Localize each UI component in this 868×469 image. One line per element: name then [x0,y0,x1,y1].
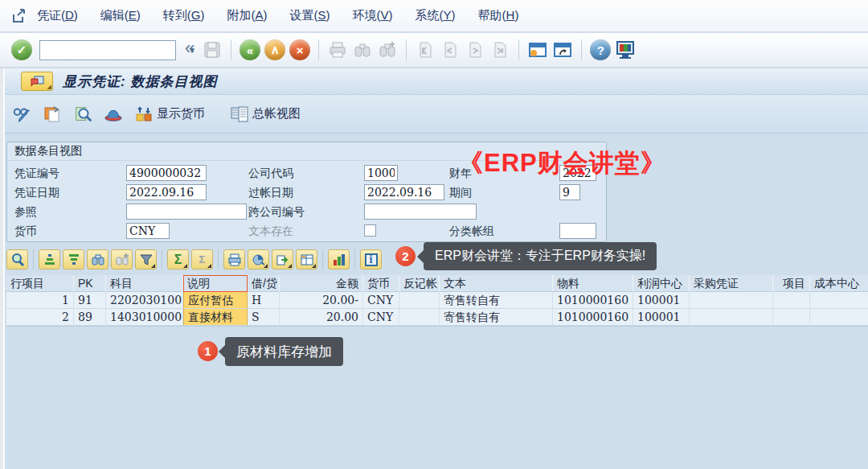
hat-icon[interactable] [103,104,124,125]
cell-profit-center[interactable]: 100001 [633,292,690,309]
find-icon[interactable] [87,249,108,269]
print-icon[interactable] [223,249,245,269]
col-header-currency[interactable]: 货币 [363,275,399,292]
menu-extras[interactable]: 附加(A) [227,8,268,23]
cell-line-item[interactable]: 2 [6,309,74,326]
cell-pk[interactable]: 89 [74,309,106,326]
col-header-profit-center[interactable]: 利润中心 [633,275,690,292]
col-header-purchase-doc[interactable]: 采购凭证 [690,275,773,292]
cross-company-field[interactable] [364,204,477,220]
exit-icon[interactable]: ∧ [264,39,285,60]
cell-project[interactable] [773,309,810,326]
cell-cost-center[interactable] [810,309,868,326]
menu-help[interactable]: 帮助(H) [478,8,519,23]
cell-description[interactable]: 应付暂估 [183,292,248,309]
company-code-field[interactable] [364,165,398,181]
previous-page-icon[interactable] [440,39,461,60]
last-page-icon[interactable] [489,39,510,60]
back-icon[interactable]: « [240,39,260,60]
gl-view-button[interactable]: 总帐视图 [229,104,301,125]
find-next-icon[interactable] [377,39,398,60]
col-header-material[interactable]: 物料 [553,275,633,292]
col-header-line-item[interactable]: 行项目 [6,275,74,292]
period-field[interactable] [559,184,580,200]
table-row[interactable]: 2 89 1403010000 直接材料 S 20.00 CNY 寄售转自有 1… [6,309,868,326]
detail-icon[interactable] [6,249,28,269]
ledger-group-field[interactable] [559,223,596,239]
cell-account[interactable]: 1403010000 [106,309,183,326]
first-page-icon[interactable] [415,39,436,60]
col-header-pk[interactable]: PK [74,275,106,292]
col-header-amount[interactable]: 金额 [280,275,363,292]
sum-icon[interactable]: Σ [167,249,189,269]
col-header-dc[interactable]: 借/贷 [248,275,280,292]
layout-icon[interactable] [296,249,317,269]
save-icon[interactable] [202,39,223,60]
command-field[interactable]: ▼ [39,40,176,60]
cell-pk[interactable]: 91 [74,292,106,309]
cell-currency[interactable]: CNY [363,309,399,326]
find-next-icon[interactable] [111,249,133,269]
col-header-reversal[interactable]: 反记帐 [399,275,440,292]
display-currency-button[interactable]: 显示货币 [133,104,205,125]
other-document-icon[interactable] [42,104,63,125]
cell-text[interactable]: 寄售转自有 [440,292,553,309]
cell-purchase-doc[interactable] [690,309,773,326]
col-header-account[interactable]: 科目 [106,275,183,292]
subtotal-icon[interactable]: Σ [191,249,213,269]
col-header-project[interactable]: 项目 [773,275,810,292]
cell-material[interactable]: 1010000160 [553,309,633,326]
cell-line-item[interactable]: 1 [6,292,74,309]
cell-purchase-doc[interactable] [690,292,773,309]
print-icon[interactable] [327,39,348,60]
table-row[interactable]: 1 91 2202030100 应付暂估 H 20.00- CNY 寄售转自有 … [6,292,868,309]
posting-date-field[interactable] [364,184,444,200]
views-icon[interactable] [248,249,269,269]
cell-currency[interactable]: CNY [363,292,399,309]
find-icon[interactable] [352,39,373,60]
filter-icon[interactable] [135,249,157,269]
cell-amount[interactable]: 20.00 [280,309,363,326]
export-icon[interactable] [272,249,293,269]
next-page-icon[interactable] [465,39,485,60]
col-header-description[interactable]: 说明 [183,275,248,292]
menu-environment[interactable]: 环境(V) [353,8,393,23]
menu-document[interactable]: 凭证(D) [37,8,78,23]
doc-number-field[interactable] [126,165,207,181]
cell-dc[interactable]: H [248,292,280,309]
menu-system[interactable]: 系统(Y) [416,8,456,23]
cell-amount[interactable]: 20.00- [280,292,363,309]
menu-edit[interactable]: 编辑(E) [100,8,141,23]
sort-desc-icon[interactable] [63,249,84,269]
display-document-icon[interactable] [72,104,93,125]
customize-icon[interactable] [615,39,636,60]
menu-settings[interactable]: 设置(S) [290,8,330,23]
text-exists-checkbox[interactable] [364,224,376,237]
cell-dc[interactable]: S [248,309,280,326]
screen-menu-icon[interactable]: ◢ [21,72,53,91]
menu-goto[interactable]: 转到(G) [163,8,205,23]
col-header-text[interactable]: 文本 [440,275,553,292]
window-menu-icon[interactable] [10,6,31,27]
new-session-icon[interactable] [527,39,548,60]
enter-icon[interactable]: ✓ [11,39,32,60]
currency-field[interactable] [126,223,170,239]
doc-date-field[interactable] [126,184,207,200]
command-input[interactable] [40,41,188,60]
shortcut-icon[interactable] [552,39,573,60]
display-change-icon[interactable] [11,104,32,125]
collapse-icon[interactable]: « [185,39,194,57]
cell-project[interactable] [773,292,810,309]
cell-text[interactable]: 寄售转自有 [440,309,553,326]
graphic-icon[interactable] [328,249,350,269]
col-header-cost-center[interactable]: 成本中心 [810,275,868,292]
cell-profit-center[interactable]: 100001 [633,309,690,326]
cell-reversal[interactable] [399,309,440,326]
cell-account[interactable]: 2202030100 [106,292,183,309]
cell-cost-center[interactable] [810,292,868,309]
cell-description[interactable]: 直接材料 [183,309,248,326]
help-icon[interactable]: ? [590,39,611,60]
cell-material[interactable]: 1010000160 [553,292,633,309]
sort-asc-icon[interactable] [39,249,60,269]
reference-field[interactable] [126,204,247,220]
